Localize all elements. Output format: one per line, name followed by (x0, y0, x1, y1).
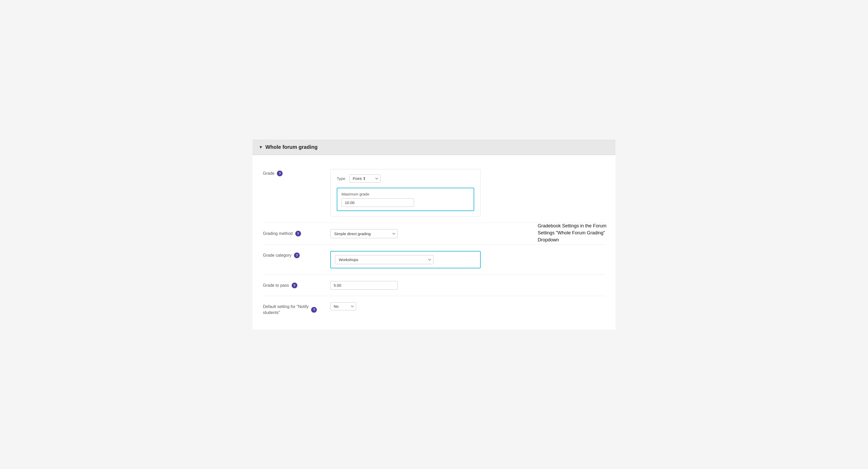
notify-students-label: Default setting for "Notifystudents" (263, 304, 309, 315)
grading-method-label-col: Grading method ? (263, 229, 330, 237)
grade-control-col: Type Point ⇕ Maximum grade (330, 169, 605, 217)
grading-method-select[interactable]: Simple direct grading (330, 229, 398, 238)
notify-students-select[interactable]: NoYes (330, 302, 356, 310)
grade-to-pass-label: Grade to pass (263, 283, 289, 288)
grade-category-label-col: Grade category ? (263, 251, 330, 258)
grade-help-icon[interactable]: ? (277, 170, 283, 176)
grade-category-help-icon[interactable]: ? (294, 252, 300, 258)
notify-students-row: Default setting for "Notifystudents" ? N… (263, 296, 605, 322)
grade-to-pass-input[interactable] (330, 281, 398, 290)
grade-category-select[interactable]: Workshops (335, 255, 433, 264)
grade-category-row: Grade category ? Workshops (263, 245, 605, 275)
grade-to-pass-help-icon[interactable]: ? (292, 283, 298, 288)
grading-method-label: Grading method (263, 231, 293, 236)
notify-students-help-icon[interactable]: ? (311, 307, 317, 313)
max-grade-box: Maximum grade (337, 188, 474, 211)
grade-label-col: Grade ? (263, 169, 330, 176)
max-grade-input[interactable] (341, 198, 414, 207)
chevron-icon: ▼ (259, 145, 263, 150)
grade-row: Grade ? Type Point ⇕ Maximum grade (263, 163, 605, 223)
grading-method-help-icon[interactable]: ? (295, 231, 301, 237)
grade-to-pass-control-col (330, 281, 605, 290)
grade-category-highlighted-box: Workshops (330, 251, 480, 268)
grade-label: Grade (263, 171, 274, 176)
grade-type-row: Type Point ⇕ (337, 175, 474, 183)
section-title: Whole forum grading (266, 144, 318, 150)
grade-category-control-col: Workshops (330, 251, 605, 268)
max-grade-label: Maximum grade (341, 192, 469, 196)
annotation-text: Gradebook Settings in the Forum Settings… (538, 223, 607, 242)
grade-to-pass-label-col: Grade to pass ? (263, 281, 330, 288)
notify-students-label-col: Default setting for "Notifystudents" ? (263, 302, 330, 315)
grade-box: Type Point ⇕ Maximum grade (330, 169, 480, 217)
section-header: ▼ Whole forum grading (252, 139, 616, 155)
notify-students-control-col: NoYes (330, 302, 605, 310)
annotation-box: Gradebook Settings in the Forum Settings… (538, 222, 610, 244)
grade-category-label: Grade category (263, 253, 291, 258)
grade-type-select[interactable]: Point ⇕ (349, 175, 381, 183)
grade-type-label: Type (337, 176, 345, 181)
grade-to-pass-row: Grade to pass ? (263, 275, 605, 296)
